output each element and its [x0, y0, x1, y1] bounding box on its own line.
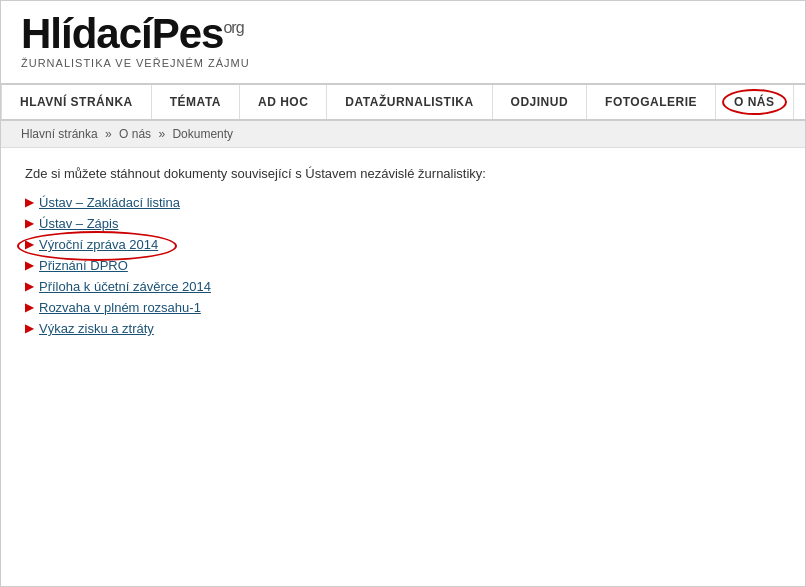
- page-content: Zde si můžete stáhnout dokumenty souvise…: [1, 148, 805, 360]
- doc-link-4[interactable]: Příloha k účetní závěrce 2014: [39, 279, 211, 294]
- breadcrumb-separator: »: [155, 127, 168, 141]
- list-item: ▶Rozvaha v plném rozsahu-1: [25, 300, 781, 315]
- nav-item-temata[interactable]: TÉMATA: [152, 85, 240, 119]
- site-header: HlídacíPesorg Žurnalistika ve veřejném z…: [1, 1, 805, 75]
- breadcrumb-separator: »: [102, 127, 115, 141]
- list-arrow-icon: ▶: [25, 322, 33, 335]
- breadcrumb-link-1[interactable]: O nás: [119, 127, 151, 141]
- list-item: ▶Přiznání DPRO: [25, 258, 781, 273]
- doc-link-1[interactable]: Ústav – Zápis: [39, 216, 118, 231]
- doc-link-3[interactable]: Přiznání DPRO: [39, 258, 128, 273]
- list-item: ▶Ústav – Zápis: [25, 216, 781, 231]
- site-tagline: Žurnalistika ve veřejném zájmu: [21, 57, 785, 69]
- list-arrow-icon: ▶: [25, 196, 33, 209]
- list-arrow-icon: ▶: [25, 259, 33, 272]
- org-suffix: org: [223, 19, 243, 36]
- breadcrumb-link-2[interactable]: Dokumenty: [172, 127, 233, 141]
- breadcrumb: Hlavní stránka » O nás » Dokumenty: [1, 121, 805, 148]
- document-list: ▶Ústav – Zakládací listina▶Ústav – Zápis…: [25, 195, 781, 336]
- doc-link-5[interactable]: Rozvaha v plném rozsahu-1: [39, 300, 201, 315]
- page-wrapper: HlídacíPesorg Žurnalistika ve veřejném z…: [0, 0, 806, 587]
- list-arrow-icon: ▶: [25, 217, 33, 230]
- doc-link-2[interactable]: Výroční zpráva 2014: [39, 237, 158, 252]
- nav-item-o-nas[interactable]: O NÁS: [716, 85, 794, 119]
- site-logo: HlídacíPesorg: [21, 13, 785, 55]
- breadcrumb-link-0[interactable]: Hlavní stránka: [21, 127, 98, 141]
- nav-item-datazurnalistika[interactable]: DATAŽURNALISTIKA: [327, 85, 492, 119]
- list-arrow-icon: ▶: [25, 301, 33, 314]
- list-item: ▶Ústav – Zakládací listina: [25, 195, 781, 210]
- list-arrow-icon: ▶: [25, 280, 33, 293]
- content-intro: Zde si můžete stáhnout dokumenty souvise…: [25, 166, 781, 181]
- doc-link-6[interactable]: Výkaz zisku a ztráty: [39, 321, 154, 336]
- list-item: ▶Výkaz zisku a ztráty: [25, 321, 781, 336]
- list-arrow-icon: ▶: [25, 238, 33, 251]
- list-item: ▶Výroční zpráva 2014: [25, 237, 781, 252]
- nav-item-fotogalerie[interactable]: FOTOGALERIE: [587, 85, 716, 119]
- main-nav: HLAVNÍ STRÁNKATÉMATAAD HOCDATAŽURNALISTI…: [1, 83, 805, 121]
- nav-item-ad-hoc[interactable]: AD HOC: [240, 85, 327, 119]
- doc-link-0[interactable]: Ústav – Zakládací listina: [39, 195, 180, 210]
- nav-item-odjinud[interactable]: ODJINUD: [493, 85, 588, 119]
- list-item: ▶Příloha k účetní závěrce 2014: [25, 279, 781, 294]
- site-name: HlídacíPes: [21, 10, 223, 57]
- nav-item-hlavni-stranka[interactable]: HLAVNÍ STRÁNKA: [1, 85, 152, 119]
